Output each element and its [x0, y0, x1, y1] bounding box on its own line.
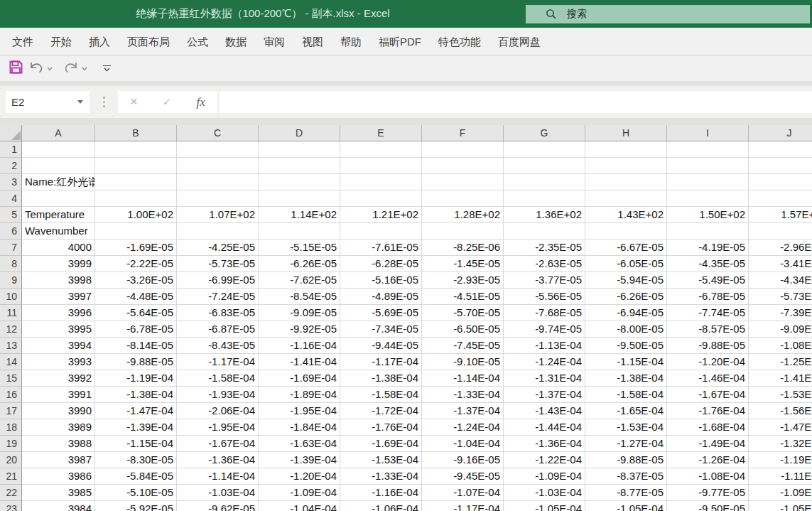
- cell-D10[interactable]: -8.54E-05: [259, 289, 340, 305]
- redo-dropdown-chevron-icon[interactable]: [82, 67, 87, 71]
- undo-dropdown-chevron-icon[interactable]: [47, 67, 53, 71]
- name-box-dropdown-icon[interactable]: [77, 100, 83, 104]
- cell-H3[interactable]: [585, 174, 667, 190]
- cell-G6[interactable]: [504, 223, 585, 240]
- cell-F3[interactable]: [422, 174, 504, 190]
- cell-B5[interactable]: 1.00E+02: [95, 207, 177, 223]
- cell-J8[interactable]: -3.41E-05: [749, 256, 812, 272]
- cell-E6[interactable]: [340, 223, 422, 240]
- column-header-C[interactable]: C: [177, 125, 259, 141]
- cell-E19[interactable]: -1.69E-04: [340, 436, 422, 452]
- row-header-11[interactable]: 11: [0, 305, 22, 321]
- cell-G13[interactable]: -1.13E-04: [504, 338, 585, 354]
- cell-J13[interactable]: -1.08E-04: [749, 338, 812, 354]
- cell-I23[interactable]: -9.50E-05: [667, 501, 749, 511]
- cell-A9[interactable]: 3998: [22, 272, 95, 289]
- cell-B10[interactable]: -4.48E-05: [95, 289, 177, 305]
- cell-B19[interactable]: -1.15E-04: [95, 436, 177, 452]
- cell-D23[interactable]: -1.04E-04: [259, 501, 340, 511]
- cell-G4[interactable]: [504, 190, 585, 207]
- name-box[interactable]: E2: [6, 91, 90, 113]
- column-header-D[interactable]: D: [259, 125, 340, 141]
- cell-A10[interactable]: 3997: [22, 289, 95, 305]
- cell-H4[interactable]: [585, 190, 667, 207]
- cell-H10[interactable]: -6.26E-05: [585, 289, 667, 305]
- cell-D18[interactable]: -1.84E-04: [259, 419, 340, 436]
- ribbon-tab-文件[interactable]: 文件: [4, 28, 42, 55]
- cell-A18[interactable]: 3989: [22, 419, 95, 436]
- row-header-5[interactable]: 5: [0, 207, 22, 223]
- cell-A11[interactable]: 3996: [22, 305, 95, 321]
- undo-button[interactable]: [28, 60, 58, 77]
- cell-H11[interactable]: -6.94E-05: [585, 305, 667, 321]
- cell-D5[interactable]: 1.14E+02: [259, 207, 340, 223]
- cell-C5[interactable]: 1.07E+02: [177, 207, 259, 223]
- enter-button[interactable]: ✓: [162, 95, 171, 109]
- cell-G17[interactable]: -1.43E-04: [504, 403, 585, 419]
- cell-D19[interactable]: -1.63E-04: [259, 436, 340, 452]
- cell-B20[interactable]: -8.30E-05: [95, 452, 177, 468]
- cell-F5[interactable]: 1.28E+02: [422, 207, 504, 223]
- ribbon-tab-审阅[interactable]: 审阅: [255, 28, 293, 55]
- cell-I12[interactable]: -8.57E-05: [667, 321, 749, 338]
- cell-C18[interactable]: -1.95E-04: [177, 419, 259, 436]
- cell-D3[interactable]: [259, 174, 340, 190]
- row-header-23[interactable]: 23: [0, 501, 22, 511]
- cell-I9[interactable]: -5.49E-05: [667, 272, 749, 289]
- cell-C4[interactable]: [177, 190, 259, 207]
- cell-B4[interactable]: [95, 190, 177, 207]
- cell-I21[interactable]: -1.08E-04: [667, 468, 749, 485]
- cell-D13[interactable]: -1.16E-04: [259, 338, 340, 354]
- cell-E21[interactable]: -1.33E-04: [340, 468, 422, 485]
- cell-C23[interactable]: -9.62E-05: [177, 501, 259, 511]
- cell-B2[interactable]: [95, 158, 177, 174]
- cell-H9[interactable]: -5.94E-05: [585, 272, 667, 289]
- cell-E2[interactable]: [340, 158, 422, 174]
- cell-G8[interactable]: -2.63E-05: [504, 256, 585, 272]
- cell-J10[interactable]: -5.73E-05: [749, 289, 812, 305]
- cell-H14[interactable]: -1.15E-04: [585, 354, 667, 370]
- cell-E23[interactable]: -1.06E-04: [340, 501, 422, 511]
- cell-E20[interactable]: -1.53E-04: [340, 452, 422, 468]
- row-header-8[interactable]: 8: [0, 256, 22, 272]
- cell-D20[interactable]: -1.39E-04: [259, 452, 340, 468]
- cell-H2[interactable]: [585, 158, 667, 174]
- cell-C15[interactable]: -1.58E-04: [177, 370, 259, 387]
- cell-J16[interactable]: -1.53E-04: [749, 387, 812, 403]
- cell-E16[interactable]: -1.58E-04: [340, 387, 422, 403]
- row-header-13[interactable]: 13: [0, 338, 22, 354]
- cell-C2[interactable]: [177, 158, 259, 174]
- cell-H8[interactable]: -6.05E-05: [585, 256, 667, 272]
- cell-I3[interactable]: [667, 174, 749, 190]
- row-header-12[interactable]: 12: [0, 321, 22, 338]
- cell-H23[interactable]: -1.05E-04: [585, 501, 667, 511]
- row-header-3[interactable]: 3: [0, 174, 22, 190]
- customize-quick-access-button[interactable]: [103, 65, 111, 72]
- cell-E10[interactable]: -4.89E-05: [340, 289, 422, 305]
- cell-G23[interactable]: -1.05E-04: [504, 501, 585, 511]
- cell-E8[interactable]: -6.28E-05: [340, 256, 422, 272]
- cell-J11[interactable]: -7.39E-05: [749, 305, 812, 321]
- cell-F4[interactable]: [422, 190, 504, 207]
- cell-J12[interactable]: -9.09E-05: [749, 321, 812, 338]
- cell-J20[interactable]: -1.19E-04: [749, 452, 812, 468]
- cell-F14[interactable]: -9.10E-05: [422, 354, 504, 370]
- ribbon-tab-百度网盘[interactable]: 百度网盘: [489, 28, 549, 55]
- cell-J14[interactable]: -1.25E-04: [749, 354, 812, 370]
- cell-F2[interactable]: [422, 158, 504, 174]
- row-header-15[interactable]: 15: [0, 370, 22, 387]
- cell-D15[interactable]: -1.69E-04: [259, 370, 340, 387]
- cell-H15[interactable]: -1.38E-04: [585, 370, 667, 387]
- cell-F12[interactable]: -6.50E-05: [422, 321, 504, 338]
- cell-F19[interactable]: -1.04E-04: [422, 436, 504, 452]
- cell-F15[interactable]: -1.14E-04: [422, 370, 504, 387]
- cell-F7[interactable]: -8.25E-06: [422, 240, 504, 256]
- row-header-22[interactable]: 22: [0, 485, 22, 501]
- cell-I16[interactable]: -1.67E-04: [667, 387, 749, 403]
- cell-G19[interactable]: -1.36E-04: [504, 436, 585, 452]
- ribbon-tab-插入[interactable]: 插入: [80, 28, 119, 55]
- cell-A1[interactable]: [22, 141, 95, 158]
- cell-C8[interactable]: -5.73E-05: [177, 256, 259, 272]
- cell-I13[interactable]: -9.88E-05: [667, 338, 749, 354]
- cell-G22[interactable]: -1.03E-04: [504, 485, 585, 501]
